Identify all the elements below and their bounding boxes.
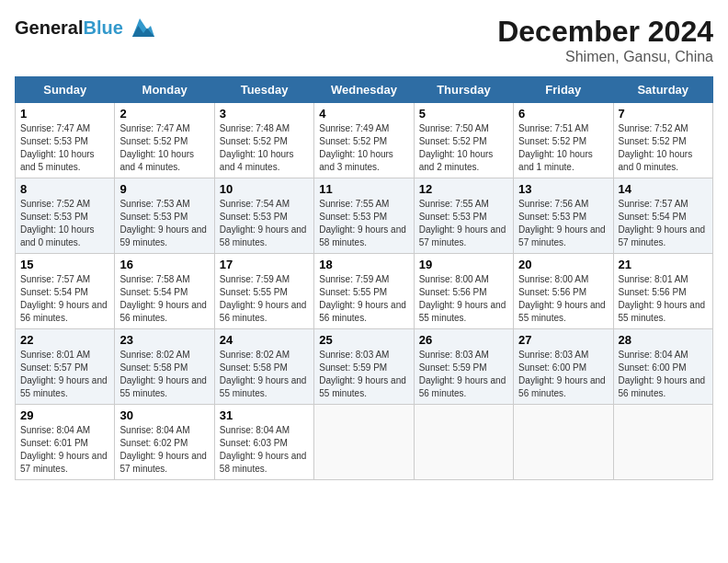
day-number: 10 xyxy=(220,182,309,196)
day-number: 6 xyxy=(518,107,608,121)
day-info: Sunrise: 8:03 AM Sunset: 5:59 PM Dayligh… xyxy=(319,349,408,400)
day-info: Sunrise: 7:52 AM Sunset: 5:53 PM Dayligh… xyxy=(20,198,109,249)
weekday-header: Saturday xyxy=(613,77,712,103)
day-number: 12 xyxy=(419,182,508,196)
day-number: 24 xyxy=(220,333,309,347)
day-info: Sunrise: 8:03 AM Sunset: 6:00 PM Dayligh… xyxy=(518,349,608,400)
weekday-header: Friday xyxy=(514,77,613,103)
day-info: Sunrise: 7:48 AM Sunset: 5:52 PM Dayligh… xyxy=(220,122,309,174)
calendar-table: SundayMondayTuesdayWednesdayThursdayFrid… xyxy=(15,76,713,480)
day-number: 7 xyxy=(619,107,708,121)
location: Shimen, Gansu, China xyxy=(497,49,713,65)
calendar-week-row: 22 Sunrise: 8:01 AM Sunset: 5:57 PM Dayl… xyxy=(16,329,713,405)
day-number: 4 xyxy=(319,107,408,121)
weekday-header: Sunday xyxy=(16,77,115,103)
calendar-week-row: 29 Sunrise: 8:04 AM Sunset: 6:01 PM Dayl… xyxy=(16,405,713,480)
calendar-day-cell: 3 Sunrise: 7:48 AM Sunset: 5:52 PM Dayli… xyxy=(214,103,313,178)
calendar-day-cell: 5 Sunrise: 7:50 AM Sunset: 5:52 PM Dayli… xyxy=(414,103,513,178)
calendar-day-cell: 29 Sunrise: 8:04 AM Sunset: 6:01 PM Dayl… xyxy=(16,405,115,480)
day-info: Sunrise: 7:47 AM Sunset: 5:53 PM Dayligh… xyxy=(20,122,109,174)
calendar-day-cell xyxy=(514,405,613,480)
calendar-day-cell: 14 Sunrise: 7:57 AM Sunset: 5:54 PM Dayl… xyxy=(613,178,712,254)
day-info: Sunrise: 8:04 AM Sunset: 6:02 PM Dayligh… xyxy=(119,424,209,476)
day-number: 28 xyxy=(619,333,708,347)
day-info: Sunrise: 7:55 AM Sunset: 5:53 PM Dayligh… xyxy=(319,198,408,249)
day-info: Sunrise: 8:01 AM Sunset: 5:56 PM Dayligh… xyxy=(619,273,708,325)
calendar-day-cell: 17 Sunrise: 7:59 AM Sunset: 5:55 PM Dayl… xyxy=(214,254,313,329)
calendar-day-cell xyxy=(613,405,712,480)
day-info: Sunrise: 7:57 AM Sunset: 5:54 PM Dayligh… xyxy=(619,198,708,249)
calendar-day-cell: 26 Sunrise: 8:03 AM Sunset: 5:59 PM Dayl… xyxy=(414,329,513,405)
calendar-day-cell: 16 Sunrise: 7:58 AM Sunset: 5:54 PM Dayl… xyxy=(115,254,214,329)
logo-icon xyxy=(125,15,154,40)
day-number: 26 xyxy=(419,333,508,347)
day-number: 29 xyxy=(20,408,109,422)
day-number: 5 xyxy=(419,107,508,121)
calendar-day-cell: 12 Sunrise: 7:55 AM Sunset: 5:53 PM Dayl… xyxy=(414,178,513,254)
logo: GeneralBlue xyxy=(15,15,154,40)
day-number: 22 xyxy=(20,333,109,347)
calendar-day-cell: 30 Sunrise: 8:04 AM Sunset: 6:02 PM Dayl… xyxy=(115,405,214,480)
day-info: Sunrise: 7:49 AM Sunset: 5:52 PM Dayligh… xyxy=(319,122,408,174)
calendar-day-cell: 18 Sunrise: 7:59 AM Sunset: 5:55 PM Dayl… xyxy=(314,254,414,329)
day-number: 1 xyxy=(20,107,109,121)
calendar-day-cell: 15 Sunrise: 7:57 AM Sunset: 5:54 PM Dayl… xyxy=(16,254,115,329)
day-number: 20 xyxy=(518,258,608,271)
calendar-day-cell: 9 Sunrise: 7:53 AM Sunset: 5:53 PM Dayli… xyxy=(115,178,214,254)
calendar-day-cell: 6 Sunrise: 7:51 AM Sunset: 5:52 PM Dayli… xyxy=(514,103,613,178)
day-info: Sunrise: 7:50 AM Sunset: 5:52 PM Dayligh… xyxy=(419,122,508,174)
header-row: SundayMondayTuesdayWednesdayThursdayFrid… xyxy=(16,77,713,103)
day-info: Sunrise: 7:53 AM Sunset: 5:53 PM Dayligh… xyxy=(119,198,209,249)
day-info: Sunrise: 7:57 AM Sunset: 5:54 PM Dayligh… xyxy=(20,273,109,325)
day-info: Sunrise: 8:00 AM Sunset: 5:56 PM Dayligh… xyxy=(518,273,608,325)
calendar-day-cell: 24 Sunrise: 8:02 AM Sunset: 5:58 PM Dayl… xyxy=(214,329,313,405)
weekday-header: Tuesday xyxy=(214,77,313,103)
calendar-day-cell: 8 Sunrise: 7:52 AM Sunset: 5:53 PM Dayli… xyxy=(16,178,115,254)
day-info: Sunrise: 8:02 AM Sunset: 5:58 PM Dayligh… xyxy=(220,349,309,400)
day-number: 18 xyxy=(319,258,408,271)
calendar-day-cell: 7 Sunrise: 7:52 AM Sunset: 5:52 PM Dayli… xyxy=(613,103,712,178)
calendar-day-cell: 13 Sunrise: 7:56 AM Sunset: 5:53 PM Dayl… xyxy=(514,178,613,254)
day-info: Sunrise: 7:59 AM Sunset: 5:55 PM Dayligh… xyxy=(319,273,408,325)
day-number: 27 xyxy=(518,333,608,347)
calendar-day-cell: 25 Sunrise: 8:03 AM Sunset: 5:59 PM Dayl… xyxy=(314,329,414,405)
day-number: 17 xyxy=(220,258,309,271)
day-info: Sunrise: 8:02 AM Sunset: 5:58 PM Dayligh… xyxy=(119,349,209,400)
day-info: Sunrise: 8:03 AM Sunset: 5:59 PM Dayligh… xyxy=(419,349,508,400)
calendar-day-cell: 31 Sunrise: 8:04 AM Sunset: 6:03 PM Dayl… xyxy=(214,405,313,480)
calendar-day-cell: 10 Sunrise: 7:54 AM Sunset: 5:53 PM Dayl… xyxy=(214,178,313,254)
day-number: 3 xyxy=(220,107,309,121)
page-header: GeneralBlue December 2024 Shimen, Gansu,… xyxy=(15,15,713,65)
calendar-day-cell: 1 Sunrise: 7:47 AM Sunset: 5:53 PM Dayli… xyxy=(16,103,115,178)
calendar-day-cell xyxy=(414,405,513,480)
calendar-day-cell: 23 Sunrise: 8:02 AM Sunset: 5:58 PM Dayl… xyxy=(115,329,214,405)
day-info: Sunrise: 8:04 AM Sunset: 6:00 PM Dayligh… xyxy=(619,349,708,400)
calendar-day-cell: 20 Sunrise: 8:00 AM Sunset: 5:56 PM Dayl… xyxy=(514,254,613,329)
day-number: 14 xyxy=(619,182,708,196)
day-number: 31 xyxy=(220,408,309,422)
day-info: Sunrise: 7:52 AM Sunset: 5:52 PM Dayligh… xyxy=(619,122,708,174)
title-block: December 2024 Shimen, Gansu, China xyxy=(497,15,713,65)
weekday-header: Wednesday xyxy=(314,77,414,103)
logo-text: GeneralBlue xyxy=(15,17,123,38)
day-info: Sunrise: 7:56 AM Sunset: 5:53 PM Dayligh… xyxy=(518,198,608,249)
day-info: Sunrise: 8:00 AM Sunset: 5:56 PM Dayligh… xyxy=(419,273,508,325)
day-info: Sunrise: 7:54 AM Sunset: 5:53 PM Dayligh… xyxy=(220,198,309,249)
day-info: Sunrise: 8:04 AM Sunset: 6:01 PM Dayligh… xyxy=(20,424,109,476)
day-number: 30 xyxy=(119,408,209,422)
calendar-day-cell: 2 Sunrise: 7:47 AM Sunset: 5:52 PM Dayli… xyxy=(115,103,214,178)
month-title: December 2024 xyxy=(497,15,713,49)
day-number: 21 xyxy=(619,258,708,271)
day-number: 8 xyxy=(20,182,109,196)
calendar-day-cell xyxy=(314,405,414,480)
day-number: 2 xyxy=(119,107,209,121)
day-number: 11 xyxy=(319,182,408,196)
calendar-day-cell: 11 Sunrise: 7:55 AM Sunset: 5:53 PM Dayl… xyxy=(314,178,414,254)
day-number: 9 xyxy=(119,182,209,196)
calendar-day-cell: 27 Sunrise: 8:03 AM Sunset: 6:00 PM Dayl… xyxy=(514,329,613,405)
day-info: Sunrise: 8:01 AM Sunset: 5:57 PM Dayligh… xyxy=(20,349,109,400)
day-number: 25 xyxy=(319,333,408,347)
calendar-day-cell: 21 Sunrise: 8:01 AM Sunset: 5:56 PM Dayl… xyxy=(613,254,712,329)
weekday-header: Monday xyxy=(115,77,214,103)
weekday-header: Thursday xyxy=(414,77,513,103)
